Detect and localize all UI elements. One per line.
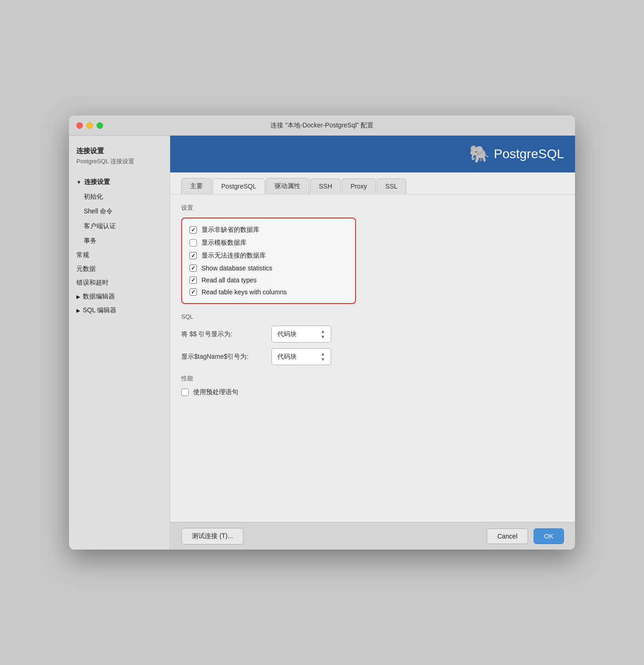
dollar-quote-value: 代码块 (277, 330, 297, 338)
checkbox-read-table-keys[interactable] (190, 288, 197, 296)
chevron-right-icon: ▶ (76, 308, 80, 314)
sidebar-item-metadata[interactable]: 元数据 (69, 262, 170, 276)
performance-section: 性能 使用预处理语句 (181, 374, 564, 396)
checkbox-row-read-all-types: Read all data types (190, 276, 348, 284)
checkbox-row-show-unreachable: 显示无法连接的数据库 (190, 252, 348, 260)
sidebar-item-initialization[interactable]: 初始化 (69, 189, 170, 204)
chevron-down-icon: ▼ (76, 179, 81, 185)
checkbox-label-read-all-types: Read all data types (201, 276, 257, 284)
sidebar: 连接设置 PostgreSQL 连接设置 ▼ 连接设置 初始化 Shell 命令… (69, 136, 170, 550)
checkbox-show-unreachable[interactable] (190, 252, 197, 259)
tab-driver-props[interactable]: 驱动属性 (266, 178, 309, 194)
tab-ssl[interactable]: SSL (377, 178, 406, 194)
close-button[interactable] (76, 122, 83, 129)
sidebar-item-connection-settings[interactable]: ▼ 连接设置 (69, 175, 170, 189)
tagname-quote-row: 显示$tagName$引号为: 代码块 ▲ ▼ (181, 348, 564, 365)
postgresql-elephant-icon: 🐘 (469, 144, 490, 164)
checkbox-read-all-types[interactable] (190, 276, 197, 284)
sql-section: SQL 将 $$ 引号显示为: 代码块 ▲ ▼ (181, 313, 564, 365)
checkbox-row-read-table-keys: Read table keys with columns (190, 288, 348, 296)
sidebar-item-sql-editor[interactable]: ▶ SQL 编辑器 (69, 304, 170, 317)
sidebar-header: 连接设置 PostgreSQL 连接设置 (69, 143, 170, 175)
dollar-quote-select[interactable]: 代码块 ▲ ▼ (271, 326, 331, 343)
bottom-right-buttons: Cancel OK (487, 528, 564, 544)
sidebar-item-transaction[interactable]: 事务 (69, 234, 170, 248)
window-title: 连接 "本地-Docker-PostgreSql" 配置 (270, 121, 374, 130)
tab-main[interactable]: 主要 (181, 178, 212, 194)
checkbox-label-show-non-default: 显示非缺省的数据库 (201, 226, 259, 234)
checkbox-label-show-unreachable: 显示无法连接的数据库 (201, 252, 266, 260)
minimize-button[interactable] (86, 122, 93, 129)
sql-section-label: SQL (181, 313, 564, 320)
chevron-right-icon: ▶ (76, 294, 80, 300)
tagname-quote-select[interactable]: 代码块 ▲ ▼ (271, 348, 331, 365)
dollar-quote-label: 将 $$ 引号显示为: (181, 330, 264, 338)
sidebar-item-data-editor[interactable]: ▶ 数据编辑器 (69, 290, 170, 304)
settings-box: 显示非缺省的数据库 显示模板数据库 显示无法连接的数据库 (181, 218, 356, 304)
checkbox-row-preprocess: 使用预处理语句 (181, 388, 564, 396)
checkbox-row-show-template: 显示模板数据库 (190, 239, 348, 247)
checkbox-use-preprocess[interactable] (181, 389, 189, 396)
tab-postgresql[interactable]: PostgreSQL (213, 178, 265, 194)
checkbox-label-use-preprocess: 使用预处理语句 (193, 388, 238, 396)
cancel-button[interactable]: Cancel (487, 528, 528, 544)
settings-section-label: 设置 (181, 204, 564, 212)
select-arrow-icon-2: ▲ ▼ (321, 351, 325, 362)
checkbox-label-show-db-stats: Show database statistics (201, 264, 272, 272)
performance-section-label: 性能 (181, 374, 564, 383)
title-bar: 连接 "本地-Docker-PostgreSql" 配置 (69, 115, 575, 136)
header-logo: 🐘 PostgreSQL (170, 136, 575, 172)
sidebar-item-errors-timeout[interactable]: 错误和超时 (69, 276, 170, 290)
tagname-quote-label: 显示$tagName$引号为: (181, 353, 264, 361)
dollar-quote-row: 将 $$ 引号显示为: 代码块 ▲ ▼ (181, 326, 564, 343)
sidebar-header-sub: PostgreSQL 连接设置 (76, 157, 162, 166)
ok-button[interactable]: OK (534, 528, 564, 544)
tab-proxy[interactable]: Proxy (342, 178, 376, 194)
tab-ssh[interactable]: SSH (310, 178, 341, 194)
main-window: 连接 "本地-Docker-PostgreSql" 配置 连接设置 Postgr… (69, 115, 575, 550)
tabs-bar: 主要 PostgreSQL 驱动属性 SSH Proxy SSL (170, 172, 575, 195)
test-connection-button[interactable]: 测试连接 (T)... (181, 528, 243, 545)
content-area: 设置 显示非缺省的数据库 显示模板数据库 (170, 195, 575, 522)
maximize-button[interactable] (97, 122, 103, 129)
checkbox-show-template[interactable] (190, 239, 197, 247)
checkbox-label-read-table-keys: Read table keys with columns (201, 288, 287, 296)
checkbox-row-show-db-stats: Show database statistics (190, 264, 348, 272)
sidebar-header-title: 连接设置 (76, 147, 162, 155)
sidebar-item-general[interactable]: 常规 (69, 248, 170, 262)
checkbox-label-show-template: 显示模板数据库 (201, 239, 247, 247)
checkbox-show-db-stats[interactable] (190, 264, 197, 272)
checkbox-show-non-default[interactable] (190, 226, 197, 234)
sidebar-item-client-auth[interactable]: 客户端认证 (69, 219, 170, 234)
checkbox-row-show-non-default: 显示非缺省的数据库 (190, 226, 348, 234)
postgresql-logo-text: PostgreSQL (494, 147, 564, 161)
bottom-bar: 测试连接 (T)... Cancel OK (170, 522, 575, 550)
window-body: 连接设置 PostgreSQL 连接设置 ▼ 连接设置 初始化 Shell 命令… (69, 136, 575, 550)
select-arrow-icon: ▲ ▼ (321, 329, 325, 339)
tagname-quote-value: 代码块 (277, 353, 297, 361)
sidebar-item-shell-command[interactable]: Shell 命令 (69, 204, 170, 219)
main-content: 🐘 PostgreSQL 主要 PostgreSQL 驱动属性 SSH Pr (170, 136, 575, 550)
window-controls (76, 122, 103, 129)
